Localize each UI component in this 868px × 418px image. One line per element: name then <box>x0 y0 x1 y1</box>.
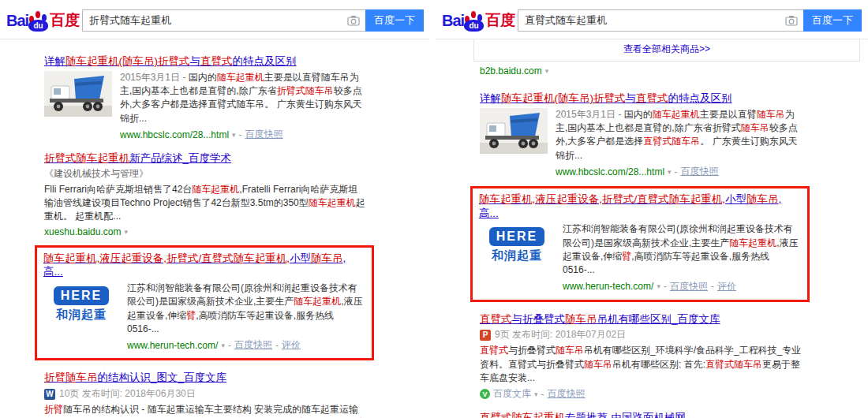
chevron-down-icon[interactable]: ▾ <box>124 228 128 236</box>
serp-panel-right: Bai du 百度 百度一下 查看全部相关商品>> b2b.baidu.com … <box>436 0 868 418</box>
baidu-snapshot-link[interactable]: 百度快照 <box>681 165 719 178</box>
ppt-doc-icon: P <box>480 330 491 341</box>
text-segment: 随车起重机,液压起重设备,折臂式/直臂式随车起重机, <box>479 193 725 205</box>
search-result: 折臂式随车起重机新产品综述_百度学术《建设机械技术与管理》Flli Ferrar… <box>44 151 366 237</box>
results-list-right: 详解随车起重机(随车吊)折臂式与直臂式的特点及区别2015年3月1日 - 国内的… <box>436 77 868 418</box>
text-segment: 折臂 <box>44 404 63 415</box>
result-url-line: www.herun-tech.com/▾-百度快照-评价 <box>563 280 801 293</box>
result-title-link[interactable]: 随车起重机,液压起重设备,折臂式/直臂式随车起重机,小型随车吊,高... <box>479 192 801 220</box>
search-button[interactable]: 百度一下 <box>365 9 424 32</box>
text-segment: 随车起重机 <box>294 296 341 307</box>
baidu-logo-bai: Bai <box>6 12 28 30</box>
text-segment: 随车吊 <box>757 109 785 120</box>
search-header: Bai du 百度 百度一下 <box>0 0 430 39</box>
separator: - <box>541 389 544 400</box>
text-segment: 小型 <box>290 252 311 264</box>
result-snippet: 江苏和润智能装备有限公司(原徐州和润起重设备技术有限公司)是国家级高新技术企业,… <box>563 222 801 278</box>
text-segment: 折臂式随车吊 <box>277 85 334 96</box>
text-segment: 随车吊 <box>565 313 597 325</box>
text-segment: 随车起重机 <box>653 109 700 120</box>
text-segment: 直臂式 <box>480 345 508 356</box>
text-segment: 专题推荐-中国路面机械网 <box>565 412 686 418</box>
text-segment: 吊机有哪些区别_百度文库 <box>597 313 720 325</box>
chevron-down-icon[interactable]: ▾ <box>545 67 549 75</box>
result-snippet: 2015年3月1日 - 国内的随车起重机主要是以直臂随车吊为主,国内基本上也都是… <box>120 71 366 126</box>
herun-badge: HERE <box>54 286 109 305</box>
text-segment: 吊机有哪些区别: 首先: <box>612 359 705 370</box>
text-segment: 随车吊 <box>584 359 612 370</box>
camera-search-icon[interactable] <box>785 15 798 29</box>
chevron-down-icon[interactable]: ▾ <box>232 131 236 139</box>
baidu-paw-icon: du <box>28 10 49 32</box>
baidu-logo[interactable]: Bai du 百度 <box>6 10 82 32</box>
result-url[interactable]: xueshu.baidu.com <box>44 226 121 237</box>
result-thumbnail-blue-skip-truck[interactable] <box>480 108 548 179</box>
baidu-snapshot-link[interactable]: 百度快照 <box>670 280 708 293</box>
baidu-logo[interactable]: Bai du 百度 <box>442 10 518 32</box>
chevron-down-icon[interactable]: ▾ <box>668 168 672 176</box>
text-segment: 新产品综述_百度学术 <box>129 152 231 164</box>
result-title-link[interactable]: 直臂式与折叠臂式随车吊吊机有哪些区别_百度文库 <box>480 312 802 327</box>
search-result: 折臂随车吊的结构认识_图文_百度文库W10页 发布时间: 2018年06月30日… <box>44 371 366 418</box>
baidu-snapshot-link[interactable]: 百度快照 <box>548 387 586 401</box>
text-segment: 随车吊 <box>746 193 779 205</box>
text-segment: 随车吊 <box>311 252 343 264</box>
result-thumbnail-blue-skip-truck[interactable] <box>44 71 112 142</box>
text-segment: 折臂随车吊 <box>44 371 98 383</box>
result-url[interactable]: www.herun-tech.com/ <box>127 340 218 351</box>
result-title-link[interactable]: 详解随车起重机(随车吊)折臂式与直臂式的特点及区别 <box>44 54 366 69</box>
doc-meta-text: 10页 发布时间: 2018年06月30日 <box>59 387 196 401</box>
result-url-line: www.herun-tech.com/▾-百度快照-评价 <box>127 338 365 352</box>
baidu-snapshot-link[interactable]: 百度快照 <box>234 338 272 352</box>
herun-company-logo[interactable]: HERE和润起重 <box>43 282 119 353</box>
chevron-down-icon[interactable]: ▾ <box>221 341 225 349</box>
result-title-link[interactable]: 折臂式随车起重机新产品综述_百度学术 <box>44 151 366 166</box>
result-snippet: 折臂随车吊的结构认识 - 随车起重运输车主要结构 安装完成的随车起重运输车(分为… <box>44 403 366 418</box>
text-segment: 2015年3月1日 - <box>120 72 189 83</box>
result-url[interactable]: www.hbcslc.com/28...html <box>556 166 664 177</box>
result-url-line: www.hbcslc.com/28...html▾-百度快照 <box>120 128 366 141</box>
text-segment: Flli Ferrari向哈萨克斯坦销售了42台 <box>44 184 192 195</box>
site-name-link[interactable]: 百度文库 <box>493 387 531 401</box>
baidu-logo-cn: 百度 <box>485 10 515 31</box>
result-url[interactable]: www.hbcslc.com/28...html <box>120 129 229 140</box>
text-segment: 随车起重机,液压起重设备,折臂式/直臂式随车起重机, <box>43 252 290 264</box>
result-title-link[interactable]: 折臂随车吊的结构认识_图文_百度文库 <box>44 371 366 385</box>
separator: - <box>664 281 667 292</box>
related-products-box: 查看全部相关商品>> <box>473 39 860 62</box>
camera-search-icon[interactable] <box>347 15 360 29</box>
text-segment: 随车起重机 <box>192 184 239 195</box>
text-segment: 折臂式随车起重机 <box>44 152 129 164</box>
view-all-related-products-link[interactable]: 查看全部相关商品>> <box>623 43 710 54</box>
result-title-link[interactable]: 详解随车起重机(随车吊)折臂式与直臂式的特点及区别 <box>480 91 802 106</box>
search-button[interactable]: 百度一下 <box>803 9 862 32</box>
separator: - <box>675 166 678 177</box>
text-segment: 随车起重机 <box>217 72 264 83</box>
b2b-site-link[interactable]: b2b.baidu.com <box>480 65 542 77</box>
search-result: 详解随车起重机(随车吊)折臂式与直臂式的特点及区别2015年3月1日 - 国内的… <box>44 54 366 141</box>
review-link[interactable]: 评价 <box>282 338 301 352</box>
text-segment: 与折叠臂式 <box>508 345 556 356</box>
text-segment: 随车起重机 <box>309 197 356 208</box>
result-url[interactable]: www.herun-tech.com/ <box>563 281 653 292</box>
result-title-link[interactable]: 随车起重机,液压起重设备,折臂式/直臂式随车起重机,小型随车吊,高... <box>43 252 365 279</box>
result-snippet: Flli Ferrari向哈萨克斯坦销售了42台随车起重机,Fratelli F… <box>44 183 366 224</box>
text-segment: 2015年3月1日 - <box>556 109 624 120</box>
chevron-down-icon[interactable]: ▾ <box>534 390 538 398</box>
separator: - <box>239 129 242 140</box>
results-list-left: 详解随车起重机(随车吊)折臂式与直臂式的特点及区别2015年3月1日 - 国内的… <box>0 39 430 418</box>
result-title-link[interactable]: 直臂式随车起重机专题推荐-中国路面机械网 <box>480 411 802 418</box>
herun-badge: HERE <box>489 227 544 246</box>
verified-site-icon: V <box>480 389 490 399</box>
chevron-down-icon[interactable]: ▾ <box>657 282 660 290</box>
herun-company-logo[interactable]: HERE和润起重 <box>479 222 555 293</box>
search-input[interactable] <box>518 9 803 32</box>
text-segment: 的特点及区别 <box>233 55 297 67</box>
result-url-line: xueshu.baidu.com▾ <box>44 226 366 237</box>
text-segment: 直臂式随车吊 <box>643 136 700 147</box>
baidu-snapshot-link[interactable]: 百度快照 <box>245 128 283 141</box>
text-segment: 直臂式随车吊 <box>705 359 762 370</box>
search-input[interactable] <box>82 9 365 32</box>
review-link[interactable]: 评价 <box>717 280 736 293</box>
result-snippet: 2015年3月1日 - 国内的随车起重机主要是以直臂随车吊为主,国内基本上也都是… <box>556 108 802 163</box>
